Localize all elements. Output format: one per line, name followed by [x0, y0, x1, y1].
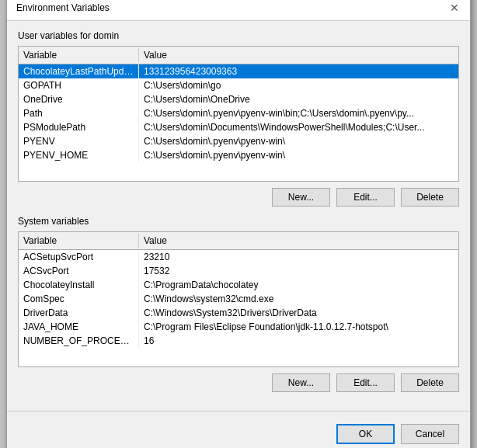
cell-value: C:\Windows\System32\Drivers\DriverData: [139, 306, 458, 320]
cell-variable: Path: [19, 106, 139, 120]
title-bar: Environment Variables ✕: [7, 0, 470, 21]
table-row[interactable]: NUMBER_OF_PROCESSORS 16: [19, 334, 458, 348]
user-col-variable: Variable: [19, 48, 139, 62]
cell-variable: ACSetupSvcPort: [19, 250, 139, 264]
cell-value: 16: [139, 334, 458, 348]
system-col-value: Value: [139, 234, 458, 248]
table-row[interactable]: Path C:\Users\domin\.pyenv\pyenv-win\bin…: [19, 106, 458, 120]
cell-value: C:\Users\domin\.pyenv\pyenv-win\bin;C:\U…: [139, 106, 458, 120]
user-delete-button[interactable]: Delete: [401, 188, 459, 207]
user-edit-button[interactable]: Edit...: [336, 188, 395, 207]
cell-value: C:\Windows\system32\cmd.exe: [139, 292, 458, 306]
cell-value: C:\Users\domin\.pyenv\pyenv-win\: [139, 148, 458, 162]
user-new-button[interactable]: New...: [272, 188, 330, 207]
system-col-variable: Variable: [19, 234, 139, 248]
cell-value: C:\Users\domin\Documents\WindowsPowerShe…: [139, 120, 458, 134]
table-row[interactable]: PYENV_HOME C:\Users\domin\.pyenv\pyenv-w…: [19, 148, 458, 162]
user-buttons-row: New... Edit... Delete: [18, 188, 459, 207]
cell-variable: PSModulePath: [19, 120, 139, 134]
cell-value: C:\Users\domin\go: [139, 78, 458, 92]
cell-variable: DriverData: [19, 306, 139, 320]
cell-variable: PYENV: [19, 134, 139, 148]
cell-variable: NUMBER_OF_PROCESSORS: [19, 334, 139, 348]
cell-variable: GOPATH: [19, 78, 139, 92]
table-row[interactable]: ChocolateyInstall C:\ProgramData\chocola…: [19, 278, 458, 292]
cancel-button[interactable]: Cancel: [401, 424, 459, 444]
table-row[interactable]: ACSetupSvcPort 23210: [19, 250, 458, 264]
system-variables-table: Variable Value ACSetupSvcPort 23210 ACSv…: [18, 231, 459, 367]
window-body: User variables for domin Variable Value …: [7, 21, 470, 411]
cell-value: C:\ProgramData\chocolatey: [139, 278, 458, 292]
system-section-label: System variables: [18, 216, 459, 227]
user-variables-table: Variable Value ChocolateyLastPathUpdate …: [18, 46, 459, 182]
cell-variable: ChocolateyLastPathUpdate: [19, 64, 139, 78]
system-delete-button[interactable]: Delete: [401, 373, 459, 392]
table-row[interactable]: PSModulePath C:\Users\domin\Documents\Wi…: [19, 120, 458, 134]
environment-variables-dialog: Environment Variables ✕ User variables f…: [6, 0, 471, 448]
table-row[interactable]: OneDrive C:\Users\domin\OneDrive: [19, 92, 458, 106]
cell-value: 133123956423009363: [139, 64, 458, 78]
cell-variable: OneDrive: [19, 92, 139, 106]
cell-value: 23210: [139, 250, 458, 264]
table-row[interactable]: GOPATH C:\Users\domin\go: [19, 78, 458, 92]
table-row[interactable]: ChocolateyLastPathUpdate 133123956423009…: [19, 64, 458, 78]
system-new-button[interactable]: New...: [272, 373, 330, 392]
system-table-body[interactable]: ACSetupSvcPort 23210 ACSvcPort 17532 Cho…: [19, 250, 458, 367]
user-section-label: User variables for domin: [18, 30, 459, 41]
cell-value: 17532: [139, 264, 458, 278]
cell-value: C:\Users\domin\OneDrive: [139, 92, 458, 106]
table-row[interactable]: ACSvcPort 17532: [19, 264, 458, 278]
footer-buttons: OK Cancel: [7, 418, 470, 449]
cell-value: C:\Users\domin\.pyenv\pyenv-win\: [139, 134, 458, 148]
system-buttons-row: New... Edit... Delete: [18, 373, 459, 392]
table-row[interactable]: JAVA_HOME C:\Program Files\Eclipse Found…: [19, 320, 458, 334]
ok-button[interactable]: OK: [336, 424, 395, 444]
table-row[interactable]: ComSpec C:\Windows\system32\cmd.exe: [19, 292, 458, 306]
cell-value: C:\Program Files\Eclipse Foundation\jdk-…: [139, 320, 458, 334]
table-row[interactable]: DriverData C:\Windows\System32\Drivers\D…: [19, 306, 458, 320]
close-button[interactable]: ✕: [448, 2, 461, 14]
cell-variable: PYENV_HOME: [19, 148, 139, 162]
user-col-value: Value: [139, 48, 458, 62]
cell-variable: JAVA_HOME: [19, 320, 139, 334]
dialog-title: Environment Variables: [16, 2, 110, 13]
user-table-body[interactable]: ChocolateyLastPathUpdate 133123956423009…: [19, 64, 458, 182]
table-row[interactable]: PYENV C:\Users\domin\.pyenv\pyenv-win\: [19, 134, 458, 148]
system-edit-button[interactable]: Edit...: [336, 373, 395, 392]
cell-variable: ChocolateyInstall: [19, 278, 139, 292]
cell-variable: ComSpec: [19, 292, 139, 306]
system-table-header: Variable Value: [19, 232, 458, 250]
cell-variable: ACSvcPort: [19, 264, 139, 278]
user-table-header: Variable Value: [19, 47, 458, 64]
